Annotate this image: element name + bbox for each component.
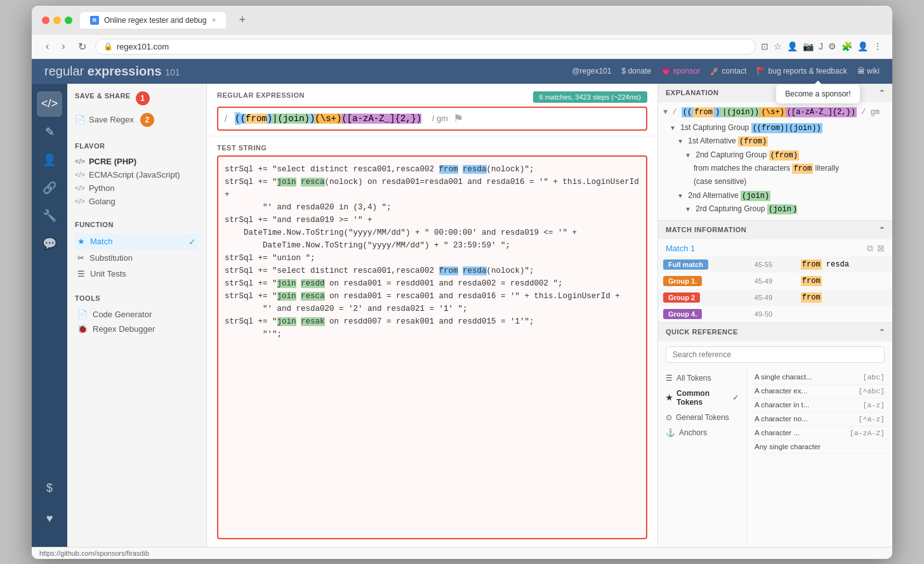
user-avatar[interactable]: 👤: [857, 41, 868, 51]
active-check: ✓: [732, 393, 739, 402]
function-title: FUNCTION: [75, 221, 199, 228]
url-text: regex101.com: [117, 42, 169, 51]
list-item[interactable]: A character ... [a-zA-Z]: [752, 426, 887, 440]
sidebar-dollar-icon[interactable]: $: [37, 476, 62, 501]
status-bar: https://github.com/sponsors/firasdib: [32, 547, 892, 559]
app-logo: regular expressions 101: [44, 64, 180, 79]
group4-range: 49-50: [749, 306, 796, 322]
test-string-input[interactable]: strSql += "select distinct resca001,resc…: [217, 155, 647, 539]
save-share-title: SAVE & SHARE: [75, 92, 131, 100]
code-gen-icon: 📄: [77, 310, 88, 319]
regex-pattern-display: ((from)|(join))(\s+)([a-zA-Z_]{2,}): [230, 114, 427, 124]
twitter-link[interactable]: @regex101: [572, 67, 611, 75]
sidebar-code-icon[interactable]: </>: [37, 91, 62, 117]
list-item[interactable]: A single charact... [abc]: [752, 371, 887, 384]
list-item[interactable]: Any single character: [752, 440, 887, 454]
general-tokens-icon: ⊙: [666, 413, 672, 422]
maximize-button[interactable]: [65, 16, 72, 24]
back-button[interactable]: ‹: [42, 39, 53, 53]
forward-button[interactable]: ›: [58, 39, 69, 53]
fullmatch-value: from resda: [796, 256, 892, 273]
save-icon: 📄: [75, 115, 85, 124]
flavor-python[interactable]: </> Python: [75, 181, 199, 195]
group2-badge: Group 2: [663, 292, 700, 303]
check-icon: ✓: [188, 237, 196, 247]
donate-link[interactable]: $ donate: [621, 67, 651, 75]
sidebar-chat-icon[interactable]: 💬: [37, 231, 62, 256]
fullmatch-range: 45-55: [749, 256, 796, 273]
sidebar-user-icon[interactable]: 👤: [37, 147, 62, 173]
sidebar-tools-icon[interactable]: 🔧: [37, 203, 62, 228]
match-info-section: MATCH INFORMATION ⌃ Match 1 ⧉ ⊠: [658, 221, 892, 323]
group1-badge: Group 1.: [663, 276, 702, 286]
sidebar: </> ✎ 👤 🔗 🔧 💬 $ ♥: [32, 84, 67, 547]
save-regex-button[interactable]: 📄 Save Regex 2: [75, 110, 154, 129]
common-tokens-icon: ★: [666, 393, 673, 402]
tool-regex-debugger[interactable]: 🐞 Regex Debugger: [75, 322, 199, 336]
bug-reports-link[interactable]: 🚩 bug reports & feedback: [756, 67, 847, 75]
tool-code-generator[interactable]: 📄 Code Generator: [75, 307, 199, 322]
qr-anchors[interactable]: ⚓ Anchors: [658, 425, 746, 440]
header-links: @regex101 $ donate 💗 sponsor 🚀 contact 🚩…: [572, 67, 880, 75]
close-button[interactable]: [42, 16, 50, 24]
screen-cast-icon[interactable]: ⊡: [761, 41, 769, 51]
quick-ref-search: [658, 341, 892, 368]
test-string-label: TEST STRING: [217, 144, 647, 152]
qr-collapse-icon[interactable]: ⌃: [879, 328, 885, 336]
regex-input[interactable]: / ((from)|(join))(\s+)([a-zA-Z_]{2,}) / …: [217, 107, 647, 131]
sidebar-edit-icon[interactable]: ✎: [37, 119, 62, 145]
sidebar-heart-icon[interactable]: ♥: [37, 506, 62, 532]
tab-close-icon[interactable]: ×: [211, 16, 216, 25]
function-match[interactable]: ★ Match ✓: [75, 233, 199, 250]
match-collapse-icon[interactable]: ⌃: [879, 226, 885, 234]
group2-range: 45-49: [749, 289, 796, 306]
regex-options-icon[interactable]: ⚑: [453, 112, 463, 126]
pin-icon[interactable]: ⊠: [877, 243, 885, 254]
contact-link[interactable]: 🚀 contact: [710, 67, 746, 75]
list-item[interactable]: A character no... [^a-z]: [752, 412, 887, 426]
list-item[interactable]: A character ex... [^abc]: [752, 384, 887, 398]
ext1-icon[interactable]: J: [819, 41, 823, 51]
qr-categories: ☰ All Tokens ★ Common Tokens ✓ ⊙: [658, 368, 747, 547]
window-controls: [42, 16, 72, 24]
regex-open-delimiter: /: [225, 114, 227, 124]
wiki-link[interactable]: 🏛 wiki: [857, 67, 880, 75]
quick-reference-section: QUICK REFERENCE ⌃ ☰ All Tokens: [658, 323, 892, 547]
qr-all-tokens[interactable]: ☰ All Tokens: [658, 371, 746, 386]
new-tab-button[interactable]: +: [234, 13, 251, 27]
copy-icon[interactable]: ⧉: [867, 243, 873, 254]
menu-icon[interactable]: ⋮: [873, 41, 882, 51]
flavor-golang[interactable]: </> Golang: [75, 195, 199, 208]
profile-icon[interactable]: 👤: [787, 41, 798, 51]
sponsor-link[interactable]: 💗 sponsor: [661, 67, 700, 75]
table-row: Group 1. 45-49 from: [658, 273, 892, 289]
search-reference-input[interactable]: [666, 346, 885, 363]
ext2-icon[interactable]: ⚙: [828, 41, 836, 51]
function-unit-tests[interactable]: ☰ Unit Tests: [75, 266, 199, 282]
refresh-button[interactable]: ↻: [74, 39, 90, 54]
collapse-icon[interactable]: ⌃: [879, 89, 885, 97]
address-bar[interactable]: 🔒 regex101.com: [95, 39, 756, 55]
unit-tests-icon: ☰: [77, 269, 85, 279]
browser-tab[interactable]: R Online regex tester and debug ×: [80, 12, 226, 29]
match-tab-label[interactable]: Match 1: [666, 244, 695, 253]
qr-common-tokens[interactable]: ★ Common Tokens ✓: [658, 386, 746, 410]
sidebar-link-icon[interactable]: 🔗: [37, 175, 62, 200]
debugger-icon: 🐞: [77, 324, 88, 334]
flavor-pcre[interactable]: </> PCRE (PHP): [75, 155, 199, 168]
list-item[interactable]: A character in t... [a-z]: [752, 398, 887, 412]
group1-value: from: [796, 273, 892, 289]
ext3-icon[interactable]: 🧩: [842, 41, 852, 51]
flavor-ecmascript[interactable]: </> ECMAScript (JavaScript): [75, 168, 199, 181]
anchors-icon: ⚓: [666, 428, 675, 437]
fullmatch-badge: Full match: [663, 259, 708, 270]
bookmark-icon[interactable]: ☆: [774, 41, 782, 51]
left-panel: SAVE & SHARE 1 📄 Save Regex 2 FLAVOR </>: [67, 84, 207, 547]
camera-icon[interactable]: 📷: [803, 41, 814, 51]
minimize-button[interactable]: [53, 16, 61, 24]
all-tokens-icon: ☰: [666, 374, 673, 383]
function-substitution[interactable]: ✂ Substitution: [75, 250, 199, 266]
qr-general-tokens[interactable]: ⊙ General Tokens: [658, 410, 746, 425]
badge-1: 1: [136, 91, 150, 105]
browser-navbar: ‹ › ↻ 🔒 regex101.com ⊡ ☆ 👤 📷 J ⚙ 🧩 👤 ⋮: [32, 35, 892, 59]
